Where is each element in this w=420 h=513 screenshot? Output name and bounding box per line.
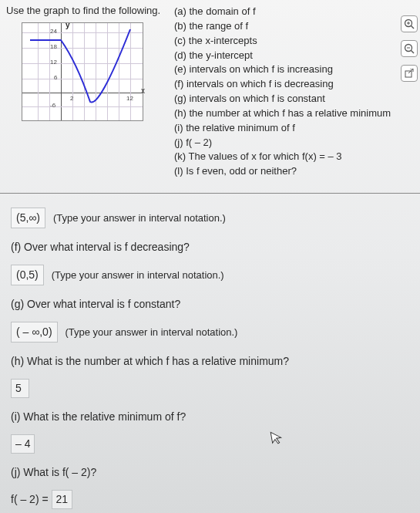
- question-j: (j) What is f( – 2)?: [11, 464, 412, 481]
- q-g: (g) intervals on which f is constant: [174, 92, 414, 106]
- q-d: (d) the y-intercept: [174, 49, 414, 63]
- answer-g[interactable]: ( – ∞,0): [11, 322, 58, 343]
- zoom-in-icon: [404, 19, 415, 29]
- zoom-out-button[interactable]: [401, 40, 418, 57]
- section-divider: [0, 193, 420, 194]
- svg-line-5: [411, 50, 414, 53]
- answer-i[interactable]: – 4: [11, 434, 35, 454]
- hint-f: (Type your answer in interval notation.): [52, 269, 224, 281]
- popout-icon: [405, 69, 414, 78]
- graph-plot: y x 24 18 12 6 -6 2 12: [22, 22, 143, 121]
- q-j: (j) f( – 2): [174, 136, 414, 150]
- question-i: (i) What is the relative minimum of f?: [11, 409, 412, 425]
- svg-line-1: [411, 25, 414, 29]
- popout-button[interactable]: [401, 65, 418, 82]
- answer-j-prefix: f( – 2) =: [11, 493, 52, 505]
- answer-f[interactable]: (0,5): [11, 265, 44, 285]
- q-e: (e) intervals on which f is increasing: [174, 62, 414, 77]
- q-a: (a) the domain of f: [174, 5, 414, 19]
- answer-j[interactable]: 21: [52, 490, 73, 509]
- hint-g: (Type your answer in interval notation.): [65, 326, 237, 338]
- question-f: (f) Over what interval is f decreasing?: [11, 239, 412, 255]
- answer-e[interactable]: (5,∞): [11, 208, 45, 228]
- question-list: (a) the domain of f (b) the range of f (…: [174, 5, 414, 179]
- q-l: (l) Is f even, odd or neither?: [174, 164, 414, 179]
- question-g: (g) Over what interval is f constant?: [11, 296, 412, 312]
- answer-h[interactable]: 5: [11, 379, 29, 398]
- instruction-text: Use the graph to find the following.: [6, 5, 168, 18]
- svg-rect-7: [405, 71, 412, 77]
- question-h: (h) What is the number at which f has a …: [11, 353, 412, 370]
- q-k: (k) The values of x for which f(x) = – 3: [174, 150, 414, 164]
- q-f: (f) intervals on which f is decreasing: [174, 77, 414, 92]
- hint-e: (Type your answer in interval notation.): [53, 212, 226, 224]
- q-i: (i) the relative minimum of f: [174, 121, 414, 136]
- q-b: (b) the range of f: [174, 19, 414, 34]
- zoom-out-icon: [404, 43, 415, 54]
- function-curve: [22, 23, 144, 122]
- zoom-in-button[interactable]: [401, 15, 418, 32]
- q-c: (c) the x-intercepts: [174, 34, 414, 49]
- q-h: (h) the number at which f has a relative…: [174, 106, 414, 121]
